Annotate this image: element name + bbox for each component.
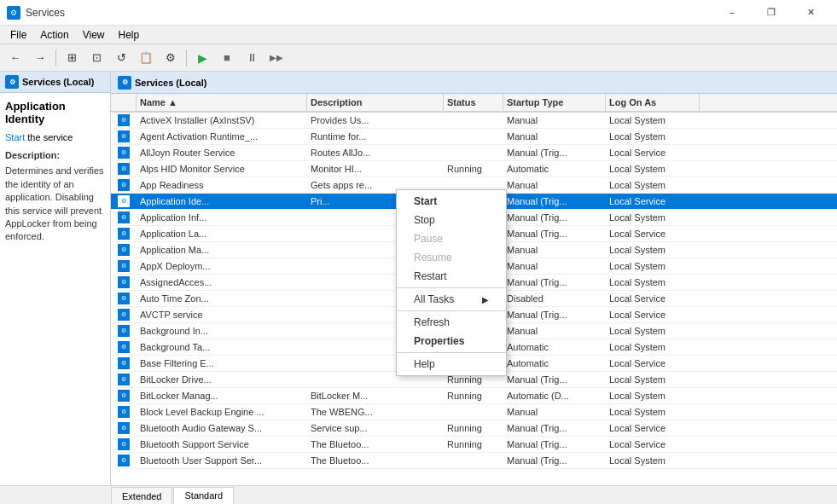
row-name: Application Inf... — [137, 210, 307, 225]
tab-standard[interactable]: Standard — [173, 487, 234, 504]
row-logon: Local Service — [606, 226, 700, 241]
row-startup: Manual (Trig... — [503, 453, 606, 468]
row-name: Bluetooth Audio Gateway S... — [137, 420, 307, 436]
right-panel-title: Services (Local) — [135, 78, 206, 88]
row-name: AssignedAcces... — [137, 275, 307, 290]
row-description: BitLocker M... — [307, 388, 444, 403]
col-name[interactable]: Name ▲ — [137, 94, 307, 111]
row-status — [444, 145, 503, 160]
window-title: Services — [26, 7, 712, 19]
tb-stop[interactable]: ■ — [215, 47, 239, 69]
tb-pause[interactable]: ⏸ — [240, 47, 264, 69]
menu-action[interactable]: Action — [33, 26, 75, 43]
table-row[interactable]: ⚙ BitLocker Manag... BitLocker M... Runn… — [111, 388, 837, 404]
menu-help[interactable]: Help — [112, 26, 147, 43]
row-icon: ⚙ — [111, 356, 137, 371]
row-icon: ⚙ — [111, 258, 137, 274]
col-logon[interactable]: Log On As — [606, 94, 700, 111]
row-icon: ⚙ — [111, 453, 137, 468]
table-row[interactable]: ⚙ Bluetooth Support Service The Bluetoo.… — [111, 437, 837, 453]
tb-export[interactable]: 📋 — [134, 47, 158, 69]
row-name: Auto Time Zon... — [137, 291, 307, 306]
minimize-button[interactable]: − — [712, 0, 752, 26]
restore-button[interactable]: ❐ — [752, 0, 791, 26]
cm-item-help[interactable]: Help — [397, 355, 506, 374]
row-startup: Manual — [503, 242, 606, 258]
close-button[interactable]: ✕ — [791, 0, 830, 26]
table-row[interactable]: ⚙ ActiveX Installer (AxInstSV) Provides … — [111, 113, 837, 129]
tb-properties[interactable]: ⚙ — [159, 47, 183, 69]
left-panel-icon: ⚙ — [5, 75, 19, 89]
row-startup: Automatic — [503, 339, 606, 355]
cm-item-stop[interactable]: Stop — [397, 211, 506, 229]
row-icon: ⚙ — [111, 339, 137, 355]
row-icon: ⚙ — [111, 420, 137, 436]
row-name: Agent Activation Runtime_... — [137, 129, 307, 144]
left-panel-title-text: Services (Local) — [22, 77, 94, 87]
start-service-link[interactable]: Start — [5, 132, 25, 142]
row-icon: ⚙ — [111, 177, 137, 193]
row-logon: Local System — [606, 129, 700, 144]
tab-extended[interactable]: Extended — [111, 487, 172, 504]
cm-item-all-tasks[interactable]: All Tasks▶ — [397, 290, 506, 309]
row-logon: Local System — [606, 404, 700, 420]
row-icon: ⚙ — [111, 388, 137, 403]
row-icon: ⚙ — [111, 226, 137, 241]
col-startup[interactable]: Startup Type — [503, 94, 606, 111]
row-name: Application Ma... — [137, 242, 307, 258]
row-startup: Manual — [503, 113, 606, 128]
table-row[interactable]: ⚙ Bluetooth Audio Gateway S... Service s… — [111, 420, 837, 437]
tb-back[interactable]: ← — [3, 47, 27, 69]
tb-start[interactable]: ▶ — [190, 47, 214, 69]
table-row[interactable]: ⚙ Alps HID Monitor Service Monitor HI...… — [111, 161, 837, 177]
row-name: BitLocker Drive... — [137, 372, 307, 387]
table-row[interactable]: ⚙ AllJoyn Router Service Routes AllJo...… — [111, 145, 837, 161]
cm-separator — [397, 310, 506, 311]
row-logon: Local Service — [606, 194, 700, 209]
tb-refresh[interactable]: ↺ — [109, 47, 133, 69]
row-startup: Manual — [503, 323, 606, 339]
window-controls: − ❐ ✕ — [712, 0, 830, 26]
tb-forward[interactable]: → — [28, 47, 52, 69]
cm-item-start[interactable]: Start — [397, 192, 506, 211]
cm-item-refresh[interactable]: Refresh — [397, 313, 506, 332]
row-logon: Local Service — [606, 145, 700, 160]
row-name: App Readiness — [137, 177, 307, 193]
cm-item-restart[interactable]: Restart — [397, 267, 506, 286]
tb-up[interactable]: ⊞ — [60, 47, 84, 69]
row-status: Running — [444, 161, 503, 177]
row-name: AVCTP service — [137, 307, 307, 322]
right-panel-icon: ⚙ — [118, 76, 131, 90]
cm-item-properties[interactable]: Properties — [397, 332, 506, 350]
tb-restart[interactable]: ▶▶ — [264, 47, 288, 69]
row-status — [444, 129, 503, 144]
row-description: The WBENG... — [307, 404, 444, 420]
row-name: Bluetooth Support Service — [137, 437, 307, 452]
table-row[interactable]: ⚙ Block Level Backup Engine ... The WBEN… — [111, 404, 837, 420]
row-name: BitLocker Manag... — [137, 388, 307, 403]
start-suffix: the service — [25, 132, 73, 142]
menu-view[interactable]: View — [76, 26, 112, 43]
row-logon: Local System — [606, 161, 700, 177]
menu-file[interactable]: File — [3, 26, 33, 43]
row-name: Block Level Backup Engine ... — [137, 404, 307, 420]
col-status[interactable]: Status — [444, 94, 503, 111]
row-name: Base Filtering E... — [137, 356, 307, 371]
row-icon: ⚙ — [111, 437, 137, 452]
row-startup: Automatic — [503, 356, 606, 371]
row-startup: Disabled — [503, 291, 606, 306]
row-status — [444, 404, 503, 420]
col-icon[interactable] — [111, 94, 137, 111]
table-row[interactable]: ⚙ Agent Activation Runtime_... Runtime f… — [111, 129, 837, 145]
right-panel-header: ⚙ Services (Local) — [111, 72, 837, 94]
row-name: Bluetooth User Support Ser... — [137, 453, 307, 468]
row-startup: Manual — [503, 177, 606, 193]
col-description[interactable]: Description — [307, 94, 444, 111]
row-name: ActiveX Installer (AxInstSV) — [137, 113, 307, 128]
left-panel-content: Application Identity Start the service D… — [0, 93, 110, 251]
row-logon: Local System — [606, 453, 700, 468]
table-row[interactable]: ⚙ Bluetooth User Support Ser... The Blue… — [111, 453, 837, 469]
row-icon: ⚙ — [111, 194, 137, 209]
tb-show-console[interactable]: ⊡ — [84, 47, 108, 69]
row-icon: ⚙ — [111, 145, 137, 160]
